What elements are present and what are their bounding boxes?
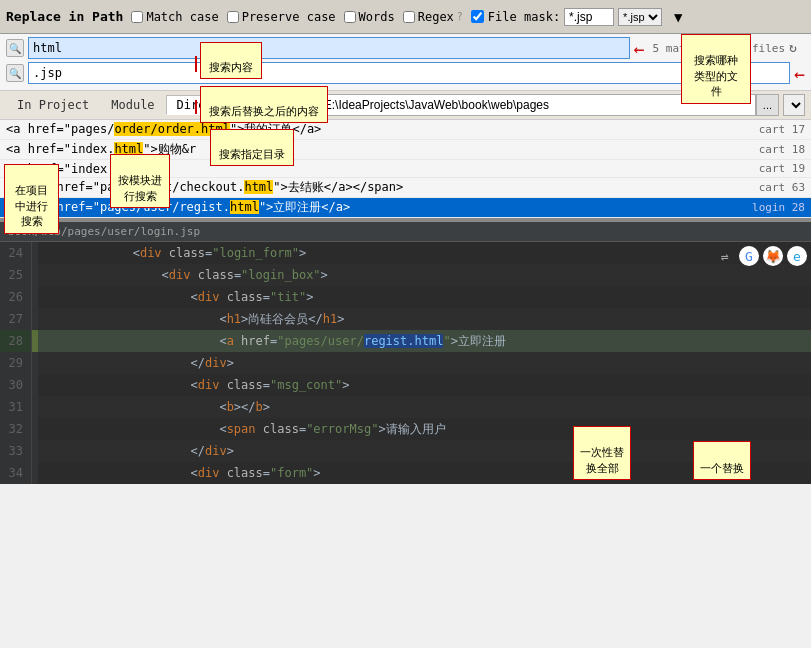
line-num-27: 27: [0, 308, 32, 330]
line-num-33: 33: [0, 440, 32, 462]
line-num-25: 25: [0, 264, 32, 286]
file-breadcrumb: book/web/pages/user/login.jsp: [0, 222, 811, 242]
result-right: cart 63: [759, 181, 805, 194]
code-toolbar: ⇌ G 🦊 e: [715, 246, 807, 266]
table-row[interactable]: <a href="pages/order/order.html">我的订单</a…: [0, 120, 811, 140]
annotation-file-type: 搜索哪种 类型的文 件: [681, 34, 751, 104]
preserve-case-checkbox-label[interactable]: Preserve case: [227, 10, 336, 24]
code-line-33: 33 </div>: [0, 440, 811, 462]
tab-in-project[interactable]: In Project: [6, 95, 100, 115]
toolbar-title: Replace in Path: [6, 9, 123, 24]
code-line-25: 25 <div class="login_box">: [0, 264, 811, 286]
regex-help-icon: ?: [457, 11, 463, 22]
line-num-30: 30: [0, 374, 32, 396]
result-text: <s ... href="pages/cart/checkout.html">去…: [6, 179, 403, 196]
refresh-btn[interactable]: ↻: [789, 40, 805, 56]
search-icon-btn[interactable]: 🔍: [6, 39, 24, 57]
line-content-32[interactable]: <span class="errorMsg">请输入用户: [38, 418, 454, 440]
code-line-32: 32 <span class="errorMsg">请输入用户: [0, 418, 811, 440]
annotation-search-content: 搜索内容: [200, 42, 262, 79]
google-icon[interactable]: G: [739, 246, 759, 266]
line-content-29[interactable]: </div>: [38, 352, 242, 374]
words-checkbox-label[interactable]: Words: [344, 10, 395, 24]
result-right: cart 17: [759, 123, 805, 136]
words-checkbox[interactable]: [344, 11, 356, 23]
file-mask-section: File mask: *.jsp: [471, 8, 662, 26]
line-num-29: 29: [0, 352, 32, 374]
file-mask-dropdown[interactable]: *.jsp: [618, 8, 662, 26]
code-area: ⇌ G 🦊 e 24 <div class="login_form"> 25 <…: [0, 242, 811, 484]
dir-extra-dropdown[interactable]: [783, 94, 805, 116]
regex-checkbox[interactable]: [403, 11, 415, 23]
result-right: login 28: [752, 201, 805, 214]
line-content-26[interactable]: <div class="tit">: [38, 286, 321, 308]
replace-arrow-icon: ←: [794, 63, 805, 84]
line-content-30[interactable]: <div class="msg_cont">: [38, 374, 357, 396]
arrow-line-replace: [195, 100, 197, 114]
line-num-32: 32: [0, 418, 32, 440]
match-case-checkbox[interactable]: [131, 11, 143, 23]
line-content-34[interactable]: <div class="form">: [38, 462, 329, 484]
line-content-28[interactable]: <a href="pages/user/regist.html">立即注册: [38, 330, 514, 352]
line-content-33[interactable]: </div>: [38, 440, 242, 462]
regex-checkbox-label[interactable]: Regex ?: [403, 10, 463, 24]
line-content-24[interactable]: <div class="login_form">: [38, 242, 314, 264]
firefox-icon[interactable]: 🦊: [763, 246, 783, 266]
line-content-25[interactable]: <div class="login_box">: [38, 264, 336, 286]
app-container: Replace in Path Match case Preserve case…: [0, 0, 811, 484]
code-line-28: 28 <a href="pages/user/regist.html">立即注册: [0, 330, 811, 352]
line-num-28: 28: [0, 330, 32, 352]
code-line-29: 29 </div>: [0, 352, 811, 374]
dir-browse-btn[interactable]: ...: [756, 94, 779, 116]
code-line-34: 34 <div class="form">: [0, 462, 811, 484]
code-line-27: 27 <h1>尚硅谷会员</h1>: [0, 308, 811, 330]
match-case-checkbox-label[interactable]: Match case: [131, 10, 218, 24]
annotation-replace-all: 一次性替 换全部: [573, 426, 631, 480]
code-line-24: 24 <div class="login_form">: [0, 242, 811, 264]
filter-icon[interactable]: ▼: [670, 9, 686, 25]
arrow-line-search: [195, 56, 197, 72]
line-num-26: 26: [0, 286, 32, 308]
lower-panel: book/web/pages/user/login.jsp ⇌ G 🦊 e 24…: [0, 222, 811, 484]
annotation-replace-content: 搜索后替换之后的内容: [200, 86, 328, 123]
file-mask-checkbox[interactable]: [471, 10, 484, 23]
result-right: cart 19: [759, 162, 805, 175]
annotation-replace-one: 一个替换: [693, 441, 751, 480]
toolbar: Replace in Path Match case Preserve case…: [0, 0, 811, 34]
replace-input[interactable]: [28, 62, 790, 84]
preserve-case-checkbox[interactable]: [227, 11, 239, 23]
line-content-31[interactable]: <b></b>: [38, 396, 278, 418]
search-input[interactable]: [28, 37, 630, 59]
line-num-34: 34: [0, 462, 32, 484]
result-right: cart 18: [759, 143, 805, 156]
annotation-search-module: 按模块进 行搜索: [110, 154, 170, 208]
annotation-search-project: 在项目 中进行 搜索: [4, 164, 59, 234]
line-num-31: 31: [0, 396, 32, 418]
replace-icon[interactable]: ⇌: [715, 246, 735, 266]
replace-icon-btn[interactable]: 🔍: [6, 64, 24, 82]
line-num-24: 24: [0, 242, 32, 264]
line-content-27[interactable]: <h1>尚硅谷会员</h1>: [38, 308, 352, 330]
annotation-search-dir: 搜索指定目录: [210, 129, 294, 166]
code-line-31: 31 <b></b>: [0, 396, 811, 418]
arrow-right-icon: ←: [634, 38, 645, 59]
ie-icon[interactable]: e: [787, 246, 807, 266]
code-line-30: 30 <div class="msg_cont">: [0, 374, 811, 396]
upper-panel: 🔍 ← 5 matches in 2 files ↻ 🔍 ← In Projec…: [0, 34, 811, 222]
tab-module[interactable]: Module: [100, 95, 165, 115]
code-line-26: 26 <div class="tit">: [0, 286, 811, 308]
file-mask-input[interactable]: [564, 8, 614, 26]
